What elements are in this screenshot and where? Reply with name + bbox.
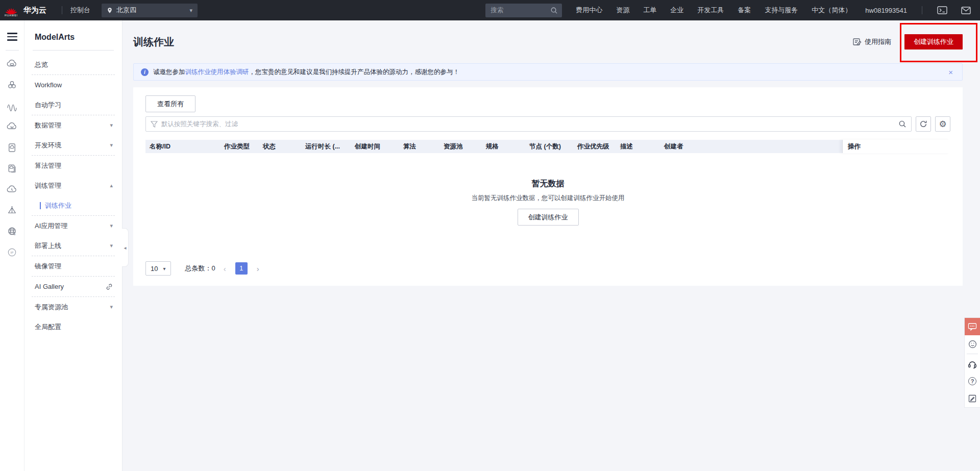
support-headset-button[interactable] — [965, 355, 980, 373]
sidebar-item-algorithm-management[interactable]: 算法管理 — [24, 156, 122, 176]
next-page-icon[interactable]: › — [254, 264, 262, 273]
usage-guide-link[interactable]: 使用指南 — [853, 37, 891, 46]
chevron-down-icon: ▾ — [110, 222, 113, 229]
service-ip-icon[interactable]: IP — [0, 242, 24, 263]
help-button[interactable]: ? — [965, 373, 980, 390]
collapse-left-icon: ◂ — [124, 245, 126, 251]
column-header-creator: 创建者 — [660, 142, 842, 151]
current-page-button[interactable]: 1 — [235, 262, 248, 275]
column-settings-button[interactable]: ⚙ — [935, 116, 950, 132]
search-icon[interactable] — [898, 120, 906, 128]
sidebar-collapse-handle[interactable]: ◂ — [122, 228, 129, 267]
console-link[interactable]: 控制台 — [70, 6, 90, 15]
sidebar-item-workflow[interactable]: Workflow — [24, 75, 122, 95]
chevron-down-icon: ▾ — [110, 122, 113, 129]
info-icon: i — [141, 68, 149, 76]
menu-tickets[interactable]: 工单 — [643, 6, 656, 15]
menu-devtools[interactable]: 开发工具 — [697, 6, 724, 15]
create-training-job-button[interactable]: 创建训练作业 — [904, 34, 963, 49]
service-cloud-server-icon[interactable] — [0, 54, 24, 75]
view-all-button[interactable]: 查看所有 — [145, 95, 195, 112]
service-cloud-dash-icon[interactable] — [0, 116, 24, 137]
sidebar-title-divider — [33, 50, 114, 51]
banner-close-icon[interactable]: × — [946, 68, 955, 77]
chevron-down-icon: ▾ — [110, 304, 113, 310]
sidebar-item-training-jobs-selected[interactable]: 训练作业 — [24, 195, 122, 215]
cli-terminal-icon[interactable] — [937, 6, 947, 14]
chevron-down-icon: ▾ — [189, 7, 192, 14]
service-globe-icon[interactable]: w — [0, 221, 24, 242]
column-header-name-id: 名称/ID — [145, 142, 220, 151]
sidebar-item-dedicated-pool[interactable]: 专属资源池▾ — [24, 297, 122, 317]
topbar: HUAWEI 华为云 控制台 北京四 ▾ 费用中心 资源 工单 企业 开发工具 … — [0, 0, 980, 20]
sidebar: ModelArts 总览 Workflow 自动学习 数据管理▾ 开发环境▾ 算… — [24, 20, 122, 471]
column-header-priority: 作业优先级 — [573, 142, 616, 151]
question-mark-icon: ? — [968, 377, 976, 385]
topbar-divider — [922, 6, 922, 14]
sidebar-item-ai-gallery[interactable]: AI Gallery — [24, 277, 122, 296]
feedback-chat-button[interactable] — [965, 318, 980, 335]
column-header-resource-pool: 资源池 — [439, 142, 482, 151]
survey-info-banner: i 诚邀您参加训练作业使用体验调研，您宝贵的意见和建议是我们持续提升产品体验的源… — [133, 63, 963, 81]
sidebar-item-training-management[interactable]: 训练管理▴ — [24, 176, 122, 195]
column-header-algorithm: 算法 — [399, 142, 439, 151]
rail-divider — [6, 50, 19, 51]
svg-text:IP: IP — [11, 250, 14, 254]
menu-billing[interactable]: 费用中心 — [576, 6, 602, 15]
column-header-job-type: 作业类型 — [220, 142, 259, 151]
smiley-icon — [968, 340, 977, 349]
menu-resources[interactable]: 资源 — [616, 6, 629, 15]
search-icon[interactable] — [550, 7, 558, 14]
hamburger-menu-icon[interactable] — [7, 31, 17, 43]
filter-search-input[interactable] — [145, 116, 912, 132]
filter-row: ⚙ — [145, 116, 950, 132]
service-pyramid-icon[interactable] — [0, 200, 24, 221]
account-username[interactable]: hw081993541 — [865, 7, 907, 14]
page-size-select[interactable]: 10 ▾ — [145, 261, 171, 276]
sidebar-item-dev-environment[interactable]: 开发环境▾ — [24, 135, 122, 155]
sidebar-item-global-config[interactable]: 全局配置 — [24, 317, 122, 337]
service-icon-rail: w IP — [0, 20, 24, 471]
empty-state-title: 暂无数据 — [532, 179, 565, 189]
prev-page-icon[interactable]: ‹ — [220, 264, 229, 273]
brand-name[interactable]: 华为云 — [23, 6, 46, 15]
satisfaction-smiley-button[interactable] — [965, 335, 980, 353]
empty-state-description: 当前暂无训练作业数据，您可以创建训练作业开始使用 — [472, 194, 625, 203]
sidebar-item-deployment[interactable]: 部署上线▾ — [24, 236, 122, 256]
service-cloud-clock-icon[interactable] — [0, 179, 24, 200]
menu-enterprise[interactable]: 企业 — [670, 6, 683, 15]
refresh-button[interactable] — [916, 116, 931, 132]
sidebar-item-overview[interactable]: 总览 — [24, 55, 122, 75]
svg-text:w: w — [13, 232, 15, 235]
survey-edit-button[interactable] — [965, 390, 980, 407]
language-switcher[interactable]: 中文（简体） — [812, 6, 851, 15]
menu-support[interactable]: 支持与服务 — [765, 6, 798, 15]
huawei-logo[interactable]: HUAWEI — [4, 4, 18, 17]
refresh-icon — [919, 120, 927, 128]
sidebar-item-ai-app-management[interactable]: AI应用管理▾ — [24, 216, 122, 236]
page-title: 训练作业 — [133, 35, 174, 49]
training-jobs-panel: 查看所有 ⚙ 名称/ID 作业类型 状态 运行时长 (... — [133, 87, 963, 286]
chat-bubble-icon — [968, 323, 977, 331]
region-selector[interactable]: 北京四 ▾ — [102, 4, 198, 17]
huawei-logo-word: HUAWEI — [5, 14, 18, 17]
pagination: 10 ▾ 总条数：0 ‹ 1 › — [145, 261, 950, 276]
empty-create-training-job-button[interactable]: 创建训练作业 — [518, 209, 579, 226]
service-waves-icon[interactable] — [0, 95, 24, 116]
survey-link[interactable]: 训练作业使用体验调研 — [185, 68, 249, 76]
huawei-flower-icon — [4, 4, 18, 15]
column-header-nodes: 节点 (个数) — [525, 142, 573, 151]
service-docs-icon[interactable] — [0, 158, 24, 179]
topbar-search — [485, 4, 562, 17]
service-notebook-icon[interactable] — [0, 137, 24, 158]
sidebar-item-autolearning[interactable]: 自动学习 — [24, 95, 122, 115]
location-pin-icon — [107, 7, 113, 14]
sidebar-item-image-management[interactable]: 镜像管理 — [24, 256, 122, 276]
messages-mail-icon[interactable] — [961, 7, 971, 14]
banner-text: 诚邀您参加训练作业使用体验调研，您宝贵的意见和建议是我们持续提升产品体验的源动力… — [153, 68, 459, 77]
external-link-icon — [106, 283, 113, 290]
sidebar-item-data-management[interactable]: 数据管理▾ — [24, 115, 122, 135]
service-cluster-icon[interactable] — [0, 75, 24, 95]
menu-icp[interactable]: 备案 — [738, 6, 751, 15]
chevron-down-icon: ▾ — [110, 142, 113, 148]
